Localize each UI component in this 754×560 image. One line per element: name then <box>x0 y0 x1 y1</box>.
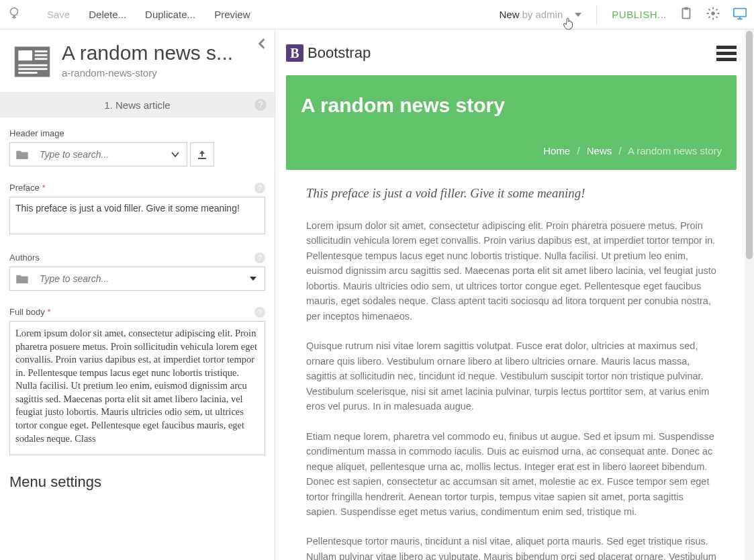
menu-settings-heading: Menu settings <box>9 473 265 491</box>
authors-input[interactable] <box>34 267 242 290</box>
breadcrumb-label: 1. News article <box>104 99 170 111</box>
authors-combo[interactable] <box>9 267 265 291</box>
help-icon[interactable]: ? <box>254 252 265 263</box>
page-title: A random news s... <box>62 42 250 64</box>
hamburger-menu-icon[interactable] <box>716 43 737 64</box>
document-icon <box>12 42 52 84</box>
field-header-image: Header image <box>9 128 265 167</box>
status-dropdown-caret[interactable] <box>575 9 581 20</box>
field-full-body: Full body * ? <box>9 307 265 457</box>
upload-button[interactable] <box>190 142 214 167</box>
status-label: New by admin <box>500 9 563 20</box>
chevron-down-icon[interactable] <box>242 267 265 290</box>
preview-breadcrumb: Home / News / A random news story <box>301 145 722 156</box>
page-slug: a-random-news-story <box>62 67 250 79</box>
publish-button[interactable]: PUBLISH... <box>612 9 667 20</box>
svg-rect-10 <box>18 64 47 66</box>
editor-breadcrumb: 1. News article ? <box>0 92 275 118</box>
preview-paragraph: Lorem ipsum dolor sit amet, consectetur … <box>306 218 716 324</box>
field-label-full-body: Full body * <box>9 307 265 317</box>
svg-rect-9 <box>35 58 48 60</box>
toolbar-left: Save Delete... Duplicate... Preview <box>7 6 250 23</box>
svg-rect-12 <box>18 72 37 74</box>
editor-header: A random news s... a-random-news-story <box>0 30 275 92</box>
bootstrap-badge-icon: B <box>286 44 303 62</box>
preview-panel: B Bootstrap A random news story Home / N… <box>275 30 754 560</box>
preview-paragraph: Quisque rutrum nisi vitae lorem sagittis… <box>306 338 716 414</box>
full-body-input[interactable] <box>9 321 265 455</box>
preview-hero: A random news story Home / News / A rand… <box>286 75 737 170</box>
preview-button[interactable]: Preview <box>214 9 250 20</box>
status-new: New <box>500 9 520 20</box>
field-preface: Preface * ? <box>9 183 265 236</box>
clipboard-icon[interactable] <box>679 6 694 23</box>
folder-icon <box>10 143 34 166</box>
breadcrumb-home[interactable]: Home <box>543 145 570 156</box>
preface-input[interactable] <box>9 197 265 234</box>
folder-icon <box>10 267 34 290</box>
header-image-combo[interactable] <box>9 142 187 167</box>
svg-rect-11 <box>18 68 47 70</box>
svg-rect-4 <box>734 9 746 17</box>
svg-point-3 <box>711 11 715 15</box>
toolbar-right: New by admin PUBLISH... <box>500 5 747 25</box>
svg-rect-1 <box>683 9 690 19</box>
toolbar-divider <box>596 5 597 25</box>
app-logo-icon <box>7 6 28 23</box>
svg-rect-6 <box>18 50 32 60</box>
field-authors: Authors ? <box>9 252 265 291</box>
form-area: Header image Preface * ? <box>0 118 275 560</box>
preview-paragraph: Pellentesque tortor mauris, tincidunt a … <box>306 534 716 560</box>
breadcrumb-current: A random news story <box>628 145 722 156</box>
help-icon[interactable]: ? <box>254 99 267 111</box>
svg-rect-2 <box>684 7 688 10</box>
preview-preface: This preface is just a void filler. Give… <box>306 186 716 201</box>
delete-button[interactable]: Delete... <box>89 9 126 20</box>
preview-content: This preface is just a void filler. Give… <box>286 170 737 560</box>
field-label-preface: Preface * <box>9 183 265 193</box>
header-image-input[interactable] <box>34 143 164 166</box>
top-toolbar: Save Delete... Duplicate... Preview New … <box>0 0 754 30</box>
svg-rect-13 <box>198 158 206 159</box>
svg-rect-7 <box>35 50 48 52</box>
field-label-header-image: Header image <box>9 128 265 138</box>
breadcrumb-news[interactable]: News <box>587 145 612 156</box>
bootstrap-text: Bootstrap <box>308 44 371 62</box>
field-label-authors: Authors <box>9 252 265 263</box>
help-icon[interactable]: ? <box>254 183 265 193</box>
editor-panel: A random news s... a-random-news-story 1… <box>0 30 275 560</box>
hero-title: A random news story <box>301 94 722 117</box>
svg-point-0 <box>11 8 18 15</box>
save-button[interactable]: Save <box>47 9 70 20</box>
bootstrap-logo: B Bootstrap <box>286 44 371 62</box>
preview-paragraph: Etiam neque lorem, pharetra vel commodo … <box>306 429 716 520</box>
duplicate-button[interactable]: Duplicate... <box>145 9 195 20</box>
screen-icon[interactable] <box>733 6 747 23</box>
gear-icon[interactable] <box>706 6 720 23</box>
chevron-down-icon[interactable] <box>164 143 187 166</box>
preview-header: B Bootstrap <box>286 39 737 67</box>
help-icon[interactable]: ? <box>254 307 265 318</box>
preview-scrollbar[interactable] <box>745 30 754 560</box>
svg-rect-8 <box>35 54 48 56</box>
status-byadmin: by admin <box>522 9 563 20</box>
